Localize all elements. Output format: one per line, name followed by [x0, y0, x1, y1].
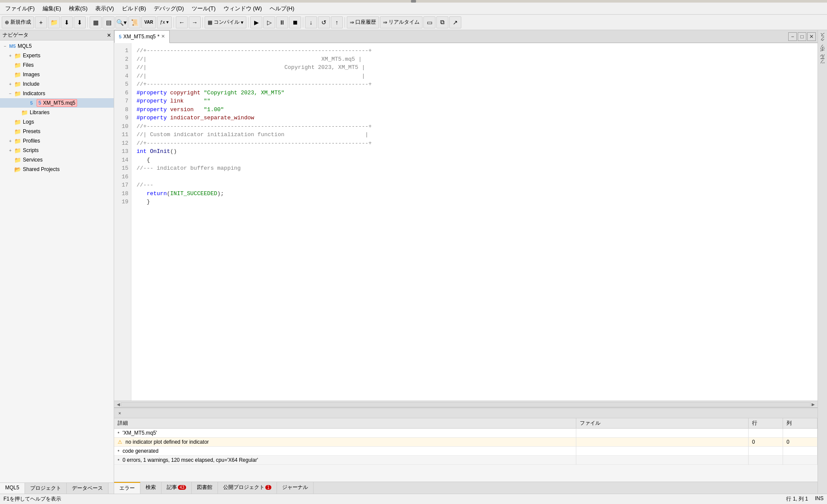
- output-tab-journal[interactable]: ジャーナル: [277, 482, 314, 494]
- toggle-profiles[interactable]: +: [7, 139, 14, 143]
- back-button[interactable]: ←: [176, 16, 188, 28]
- output-tab-search[interactable]: 検索: [140, 482, 162, 494]
- realtime-button[interactable]: ⇒ リアルタイム: [380, 16, 423, 28]
- script-button[interactable]: 📜: [128, 16, 140, 28]
- stop-button[interactable]: ⏹: [289, 16, 301, 28]
- output-header: ×: [114, 408, 818, 418]
- output-tab-library[interactable]: 図書館: [192, 482, 218, 494]
- save-all-button[interactable]: ⬇: [74, 16, 86, 28]
- save-button[interactable]: ⬇: [61, 16, 73, 28]
- code-content[interactable]: //+-------------------------------------…: [131, 43, 377, 401]
- tree-services[interactable]: 📁 Services: [0, 155, 114, 165]
- scroll-left-arrow[interactable]: ◄: [116, 401, 121, 408]
- tree-files[interactable]: 📁 Files: [0, 60, 114, 70]
- tree-xm-mt5[interactable]: 5 5XM_MT5.mq5: [0, 98, 114, 108]
- debug1-button[interactable]: ↓: [305, 16, 317, 28]
- tree-mql5-label: MQL5: [18, 43, 32, 49]
- tree-libraries[interactable]: 📁 Libraries: [0, 108, 114, 117]
- tree-images[interactable]: 📁 Images: [0, 70, 114, 79]
- nav-tab-database[interactable]: データベース: [67, 483, 109, 494]
- editor-output-container: 5 XM_MT5.mq5 * ✕ − □ ✕ 12345 678910 1112…: [114, 30, 818, 494]
- side-panel: ツールボックス: [818, 30, 827, 494]
- toggle-scripts[interactable]: +: [7, 148, 14, 153]
- row-col: [783, 456, 818, 465]
- run2-button[interactable]: ▷: [263, 16, 275, 28]
- debug3-button[interactable]: ↑: [331, 16, 343, 28]
- tree-profiles[interactable]: + 📁 Profiles: [0, 136, 114, 146]
- close-editor-button[interactable]: ✕: [807, 32, 816, 41]
- row-col: [783, 447, 818, 456]
- tree-scripts[interactable]: + 📁 Scripts: [0, 146, 114, 155]
- debug2-button[interactable]: ↺: [318, 16, 330, 28]
- open-button[interactable]: 📁: [48, 16, 60, 28]
- extra2-button[interactable]: ⧉: [436, 16, 448, 28]
- navigator-tree[interactable]: − M5 MQL5 + 📁 Experts 📁 Files 📁 Images: [0, 40, 114, 482]
- navigator-close[interactable]: ✕: [107, 32, 111, 38]
- positions-icon: ⇒: [350, 19, 354, 25]
- toggle-mql5[interactable]: −: [2, 44, 9, 49]
- tree-logs-label: Logs: [23, 119, 34, 125]
- menu-file[interactable]: ファイル(F): [2, 3, 38, 14]
- compile-dropdown[interactable]: ▾: [241, 19, 243, 25]
- pause-button[interactable]: ⏸: [276, 16, 288, 28]
- tree-include[interactable]: + 📁 Include: [0, 79, 114, 89]
- tree-mql5[interactable]: − M5 MQL5: [0, 41, 114, 51]
- tree-services-label: Services: [23, 157, 43, 163]
- output-tab-articles[interactable]: 記事43: [162, 482, 192, 494]
- tree-experts-label: Experts: [23, 53, 40, 59]
- menu-debug[interactable]: デバッグ(D): [150, 3, 187, 14]
- nav-tab-mql5[interactable]: MQL5: [0, 483, 25, 494]
- row-file: [576, 438, 749, 447]
- extra3-button[interactable]: ↗: [449, 16, 461, 28]
- tree-presets-label: Presets: [23, 128, 40, 134]
- nav-tab-project[interactable]: プロジェクト: [25, 483, 67, 494]
- tab-close-button[interactable]: ✕: [161, 34, 165, 39]
- tree-logs[interactable]: 📁 Logs: [0, 117, 114, 127]
- maximize-button[interactable]: □: [798, 32, 806, 41]
- menu-window[interactable]: ウィンドウ (W): [220, 3, 266, 14]
- row-col: 0: [783, 438, 818, 447]
- scroll-bar[interactable]: [121, 402, 811, 407]
- view1-button[interactable]: ▦: [90, 16, 102, 28]
- row-line: [749, 456, 783, 465]
- run-button[interactable]: ▶: [250, 16, 262, 28]
- compile-button[interactable]: ▦ コンパイル ▾: [205, 16, 246, 28]
- output-tab-public[interactable]: 公開プロジェクト1: [218, 482, 277, 494]
- fx-button[interactable]: ƒx ▾: [157, 16, 172, 28]
- toggle-indicators[interactable]: −: [7, 91, 14, 96]
- menu-build[interactable]: ビルド(B): [118, 3, 149, 14]
- menu-tools[interactable]: ツール(T): [188, 3, 219, 14]
- table-row: • code generated: [114, 447, 818, 456]
- menu-help[interactable]: ヘルプ(H): [266, 3, 298, 14]
- output-close-button[interactable]: ×: [116, 409, 124, 417]
- file-xm-mt5-icon: 5: [28, 100, 35, 106]
- toggle-experts[interactable]: +: [7, 53, 14, 58]
- menu-view[interactable]: 表示(V): [92, 3, 117, 14]
- menu-search[interactable]: 検索(S): [65, 3, 91, 14]
- magnify-button[interactable]: 🔍▾: [115, 16, 127, 28]
- minimize-button[interactable]: −: [788, 32, 797, 41]
- row-detail: • 0 errors, 1 warnings, 120 msec elapsed…: [114, 456, 576, 465]
- tree-experts[interactable]: + 📁 Experts: [0, 51, 114, 60]
- articles-badge: 43: [178, 485, 186, 490]
- menu-edit[interactable]: 編集(E): [39, 3, 65, 14]
- help-text: F1を押してヘルプを表示: [3, 495, 61, 503]
- tree-shared-projects[interactable]: 📂 Shared Projects: [0, 165, 114, 174]
- scroll-right-arrow[interactable]: ►: [811, 401, 816, 408]
- extra1-button[interactable]: ▭: [423, 16, 435, 28]
- new-button[interactable]: ⊕ 新規作成: [2, 16, 34, 28]
- tree-presets[interactable]: 📁 Presets: [0, 127, 114, 136]
- tree-include-label: Include: [23, 81, 40, 87]
- var-button[interactable]: VAR: [141, 16, 156, 28]
- menubar: ファイル(F) 編集(E) 検索(S) 表示(V) ビルド(B) デバッグ(D)…: [0, 3, 827, 15]
- editor-tab-xm-mt5[interactable]: 5 XM_MT5.mq5 * ✕: [114, 30, 170, 43]
- output-tab-error[interactable]: エラー: [114, 482, 140, 494]
- row-file: [576, 456, 749, 465]
- add-button[interactable]: +: [35, 16, 47, 28]
- tree-indicators[interactable]: − 📁 Indicators: [0, 89, 114, 98]
- code-editor[interactable]: 12345 678910 1112131415 16171819 //+----…: [114, 43, 818, 401]
- forward-button[interactable]: →: [189, 16, 201, 28]
- toggle-include[interactable]: +: [7, 82, 14, 87]
- positions-button[interactable]: ⇒ 口座履歴: [347, 16, 379, 28]
- view2-button[interactable]: ▤: [103, 16, 115, 28]
